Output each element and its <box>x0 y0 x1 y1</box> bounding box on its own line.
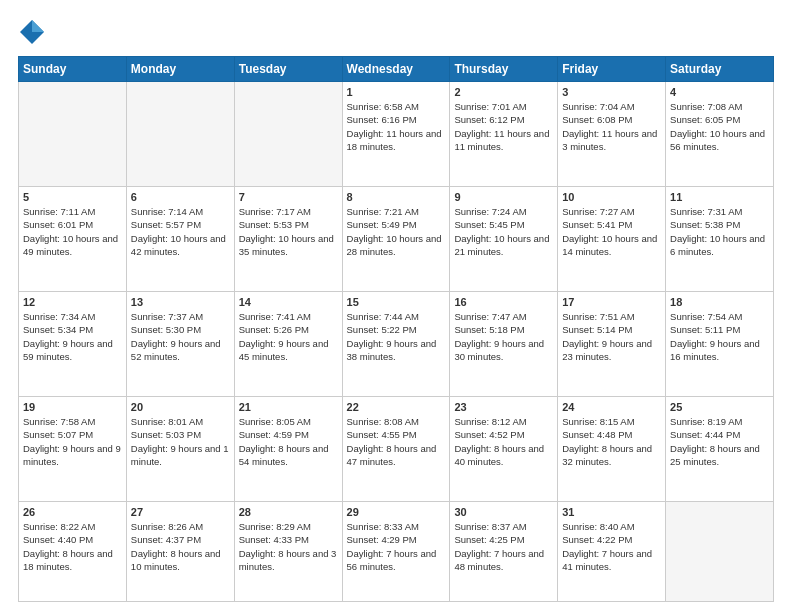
calendar-header-row: SundayMondayTuesdayWednesdayThursdayFrid… <box>19 57 774 82</box>
day-cell: 15Sunrise: 7:44 AMSunset: 5:22 PMDayligh… <box>342 292 450 397</box>
day-cell: 9Sunrise: 7:24 AMSunset: 5:45 PMDaylight… <box>450 187 558 292</box>
day-number: 16 <box>454 296 553 308</box>
day-info: Sunrise: 7:37 AMSunset: 5:30 PMDaylight:… <box>131 310 230 363</box>
day-info: Sunrise: 8:33 AMSunset: 4:29 PMDaylight:… <box>347 520 446 573</box>
day-info: Sunrise: 8:12 AMSunset: 4:52 PMDaylight:… <box>454 415 553 468</box>
day-number: 29 <box>347 506 446 518</box>
day-cell: 26Sunrise: 8:22 AMSunset: 4:40 PMDayligh… <box>19 502 127 602</box>
day-cell: 16Sunrise: 7:47 AMSunset: 5:18 PMDayligh… <box>450 292 558 397</box>
day-number: 14 <box>239 296 338 308</box>
day-info: Sunrise: 7:08 AMSunset: 6:05 PMDaylight:… <box>670 100 769 153</box>
day-info: Sunrise: 7:54 AMSunset: 5:11 PMDaylight:… <box>670 310 769 363</box>
day-number: 17 <box>562 296 661 308</box>
col-header-thursday: Thursday <box>450 57 558 82</box>
day-cell: 22Sunrise: 8:08 AMSunset: 4:55 PMDayligh… <box>342 397 450 502</box>
day-info: Sunrise: 7:44 AMSunset: 5:22 PMDaylight:… <box>347 310 446 363</box>
day-cell: 7Sunrise: 7:17 AMSunset: 5:53 PMDaylight… <box>234 187 342 292</box>
day-info: Sunrise: 7:21 AMSunset: 5:49 PMDaylight:… <box>347 205 446 258</box>
day-cell: 8Sunrise: 7:21 AMSunset: 5:49 PMDaylight… <box>342 187 450 292</box>
week-row-3: 12Sunrise: 7:34 AMSunset: 5:34 PMDayligh… <box>19 292 774 397</box>
day-number: 27 <box>131 506 230 518</box>
day-info: Sunrise: 7:47 AMSunset: 5:18 PMDaylight:… <box>454 310 553 363</box>
day-number: 20 <box>131 401 230 413</box>
day-number: 8 <box>347 191 446 203</box>
col-header-sunday: Sunday <box>19 57 127 82</box>
day-number: 28 <box>239 506 338 518</box>
day-cell: 6Sunrise: 7:14 AMSunset: 5:57 PMDaylight… <box>126 187 234 292</box>
day-info: Sunrise: 8:37 AMSunset: 4:25 PMDaylight:… <box>454 520 553 573</box>
day-number: 12 <box>23 296 122 308</box>
week-row-4: 19Sunrise: 7:58 AMSunset: 5:07 PMDayligh… <box>19 397 774 502</box>
day-info: Sunrise: 8:01 AMSunset: 5:03 PMDaylight:… <box>131 415 230 468</box>
day-cell: 21Sunrise: 8:05 AMSunset: 4:59 PMDayligh… <box>234 397 342 502</box>
logo-icon <box>18 18 46 46</box>
day-cell: 20Sunrise: 8:01 AMSunset: 5:03 PMDayligh… <box>126 397 234 502</box>
day-info: Sunrise: 8:26 AMSunset: 4:37 PMDaylight:… <box>131 520 230 573</box>
day-cell: 31Sunrise: 8:40 AMSunset: 4:22 PMDayligh… <box>558 502 666 602</box>
day-info: Sunrise: 8:22 AMSunset: 4:40 PMDaylight:… <box>23 520 122 573</box>
day-number: 1 <box>347 86 446 98</box>
day-info: Sunrise: 7:27 AMSunset: 5:41 PMDaylight:… <box>562 205 661 258</box>
logo <box>18 18 50 46</box>
week-row-2: 5Sunrise: 7:11 AMSunset: 6:01 PMDaylight… <box>19 187 774 292</box>
day-info: Sunrise: 8:40 AMSunset: 4:22 PMDaylight:… <box>562 520 661 573</box>
week-row-5: 26Sunrise: 8:22 AMSunset: 4:40 PMDayligh… <box>19 502 774 602</box>
day-cell: 30Sunrise: 8:37 AMSunset: 4:25 PMDayligh… <box>450 502 558 602</box>
day-number: 18 <box>670 296 769 308</box>
day-number: 25 <box>670 401 769 413</box>
day-number: 7 <box>239 191 338 203</box>
day-number: 21 <box>239 401 338 413</box>
day-info: Sunrise: 8:29 AMSunset: 4:33 PMDaylight:… <box>239 520 338 573</box>
day-cell: 23Sunrise: 8:12 AMSunset: 4:52 PMDayligh… <box>450 397 558 502</box>
svg-marker-1 <box>32 20 44 32</box>
day-info: Sunrise: 6:58 AMSunset: 6:16 PMDaylight:… <box>347 100 446 153</box>
day-number: 9 <box>454 191 553 203</box>
day-cell: 10Sunrise: 7:27 AMSunset: 5:41 PMDayligh… <box>558 187 666 292</box>
day-cell: 18Sunrise: 7:54 AMSunset: 5:11 PMDayligh… <box>666 292 774 397</box>
day-number: 6 <box>131 191 230 203</box>
day-cell: 4Sunrise: 7:08 AMSunset: 6:05 PMDaylight… <box>666 82 774 187</box>
day-cell: 29Sunrise: 8:33 AMSunset: 4:29 PMDayligh… <box>342 502 450 602</box>
day-info: Sunrise: 7:41 AMSunset: 5:26 PMDaylight:… <box>239 310 338 363</box>
day-cell: 27Sunrise: 8:26 AMSunset: 4:37 PMDayligh… <box>126 502 234 602</box>
day-number: 19 <box>23 401 122 413</box>
day-number: 2 <box>454 86 553 98</box>
day-info: Sunrise: 7:24 AMSunset: 5:45 PMDaylight:… <box>454 205 553 258</box>
day-info: Sunrise: 7:17 AMSunset: 5:53 PMDaylight:… <box>239 205 338 258</box>
day-number: 31 <box>562 506 661 518</box>
calendar-table: SundayMondayTuesdayWednesdayThursdayFrid… <box>18 56 774 602</box>
day-info: Sunrise: 7:31 AMSunset: 5:38 PMDaylight:… <box>670 205 769 258</box>
day-info: Sunrise: 7:14 AMSunset: 5:57 PMDaylight:… <box>131 205 230 258</box>
day-info: Sunrise: 7:04 AMSunset: 6:08 PMDaylight:… <box>562 100 661 153</box>
day-info: Sunrise: 8:19 AMSunset: 4:44 PMDaylight:… <box>670 415 769 468</box>
day-cell <box>666 502 774 602</box>
day-cell: 25Sunrise: 8:19 AMSunset: 4:44 PMDayligh… <box>666 397 774 502</box>
day-info: Sunrise: 7:01 AMSunset: 6:12 PMDaylight:… <box>454 100 553 153</box>
col-header-wednesday: Wednesday <box>342 57 450 82</box>
day-cell: 2Sunrise: 7:01 AMSunset: 6:12 PMDaylight… <box>450 82 558 187</box>
day-cell: 17Sunrise: 7:51 AMSunset: 5:14 PMDayligh… <box>558 292 666 397</box>
day-cell <box>126 82 234 187</box>
page: SundayMondayTuesdayWednesdayThursdayFrid… <box>0 0 792 612</box>
day-info: Sunrise: 7:58 AMSunset: 5:07 PMDaylight:… <box>23 415 122 468</box>
week-row-1: 1Sunrise: 6:58 AMSunset: 6:16 PMDaylight… <box>19 82 774 187</box>
day-number: 23 <box>454 401 553 413</box>
day-cell: 5Sunrise: 7:11 AMSunset: 6:01 PMDaylight… <box>19 187 127 292</box>
day-cell: 1Sunrise: 6:58 AMSunset: 6:16 PMDaylight… <box>342 82 450 187</box>
day-number: 3 <box>562 86 661 98</box>
day-info: Sunrise: 8:08 AMSunset: 4:55 PMDaylight:… <box>347 415 446 468</box>
day-cell: 3Sunrise: 7:04 AMSunset: 6:08 PMDaylight… <box>558 82 666 187</box>
day-cell: 28Sunrise: 8:29 AMSunset: 4:33 PMDayligh… <box>234 502 342 602</box>
day-info: Sunrise: 8:05 AMSunset: 4:59 PMDaylight:… <box>239 415 338 468</box>
col-header-tuesday: Tuesday <box>234 57 342 82</box>
day-cell: 11Sunrise: 7:31 AMSunset: 5:38 PMDayligh… <box>666 187 774 292</box>
day-number: 10 <box>562 191 661 203</box>
day-cell: 24Sunrise: 8:15 AMSunset: 4:48 PMDayligh… <box>558 397 666 502</box>
col-header-friday: Friday <box>558 57 666 82</box>
day-info: Sunrise: 7:34 AMSunset: 5:34 PMDaylight:… <box>23 310 122 363</box>
day-number: 4 <box>670 86 769 98</box>
day-number: 22 <box>347 401 446 413</box>
day-cell: 13Sunrise: 7:37 AMSunset: 5:30 PMDayligh… <box>126 292 234 397</box>
day-cell: 14Sunrise: 7:41 AMSunset: 5:26 PMDayligh… <box>234 292 342 397</box>
day-cell: 12Sunrise: 7:34 AMSunset: 5:34 PMDayligh… <box>19 292 127 397</box>
